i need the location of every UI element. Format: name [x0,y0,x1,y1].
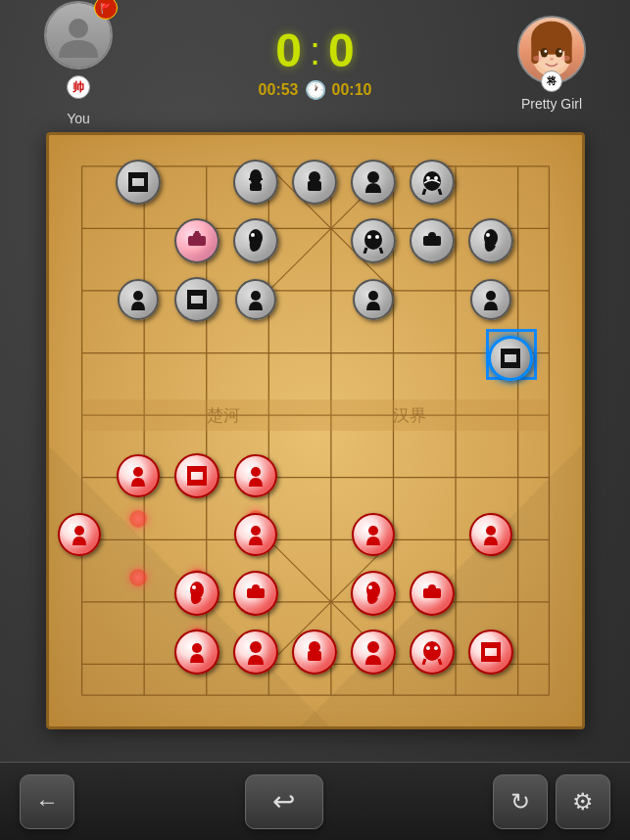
svg-point-83 [192,585,196,589]
svg-rect-70 [187,290,191,305]
svg-rect-104 [187,466,191,482]
redo-icon: ↻ [510,788,530,816]
piece-red-elephant[interactable] [410,630,455,675]
piece-red-soldier4[interactable] [469,513,512,556]
score-right: 0 [328,27,355,74]
move-dot [129,510,147,528]
svg-rect-107 [191,466,203,472]
flag-badge: 🚩 [94,0,118,20]
score-display: 0 : 0 [275,27,355,74]
piece-black-soldier3[interactable] [353,279,394,320]
piece-black-rook-selected[interactable] [488,336,533,381]
settings-icon: ⚙ [572,788,594,816]
timer-left: 00:53 [259,81,299,99]
svg-point-50 [367,171,379,183]
piece-red-cannon[interactable] [233,571,278,616]
piece-red-rook[interactable] [468,630,513,675]
piece-red-soldier6[interactable] [117,454,160,497]
svg-text:汉界: 汉界 [393,406,426,425]
svg-point-7 [556,48,563,57]
svg-rect-101 [497,642,501,658]
svg-point-52 [426,176,430,180]
svg-rect-67 [516,349,520,364]
svg-rect-71 [203,290,207,305]
svg-point-9 [559,50,562,53]
piece-red-king[interactable] [292,630,337,675]
score-area: 0 : 0 00:53 🕐 00:10 [259,27,372,101]
player-right-badge: 将 [541,70,562,92]
svg-point-58 [251,233,255,237]
piece-black-rook2[interactable] [174,277,219,322]
svg-point-89 [428,584,436,592]
svg-point-87 [368,585,372,589]
svg-rect-41 [128,186,148,192]
move-dot [129,569,147,586]
svg-rect-72 [187,303,207,309]
svg-point-98 [426,646,430,650]
svg-point-8 [544,50,547,53]
svg-rect-49 [310,176,319,179]
settings-button[interactable]: ⚙ [556,774,610,829]
piece-red-rook2[interactable] [174,453,219,498]
piece-black-soldier2[interactable] [235,279,276,320]
svg-point-81 [486,526,496,536]
svg-point-59 [364,230,382,250]
piece-black-elephant[interactable] [410,160,455,205]
svg-point-91 [250,641,262,653]
svg-point-11 [560,56,569,62]
undo-button[interactable]: ↩ [245,774,323,829]
svg-point-63 [428,232,436,240]
score-separator: : [310,31,320,70]
svg-rect-103 [485,642,497,648]
game-container: 🚩 帅 You 0 : 0 00:53 🕐 00:10 [0,0,630,840]
player-right: 将 Pretty Girl [488,16,615,112]
header: 🚩 帅 You 0 : 0 00:53 🕐 00:10 [0,0,630,127]
piece-red-horse2[interactable] [351,571,396,616]
piece-black-soldier[interactable] [118,279,159,320]
svg-rect-47 [308,181,321,191]
svg-rect-56 [195,231,199,239]
piece-red-soldier2[interactable] [234,513,277,556]
piece-black-bishop[interactable] [233,160,278,205]
svg-rect-100 [481,642,485,658]
svg-point-61 [375,235,379,239]
svg-point-90 [192,643,202,653]
svg-point-97 [423,641,441,661]
svg-point-53 [434,176,438,180]
piece-black-cannon2[interactable] [410,218,455,263]
piece-black-king[interactable] [292,160,337,205]
svg-rect-73 [191,290,203,296]
piece-black-soldier4[interactable] [470,279,511,320]
piece-red-advisor2[interactable] [351,630,396,675]
piece-black-rook[interactable] [116,160,161,205]
piece-red-soldier3[interactable] [352,513,395,556]
svg-text:楚河: 楚河 [206,406,239,425]
piece-black-cannon-selected[interactable] [174,218,219,263]
piece-red-soldier7[interactable] [234,454,277,497]
piece-red-soldier[interactable] [58,513,101,556]
piece-red-cannon2[interactable] [410,571,455,616]
svg-point-77 [486,291,496,301]
piece-red-advisor[interactable] [233,630,278,675]
piece-black-horse2[interactable] [468,218,513,263]
back-button[interactable]: ← [20,774,74,829]
svg-rect-36 [81,399,549,431]
redo-button[interactable]: ↻ [493,774,548,829]
player-left-name: You [67,111,90,126]
piece-black-advisor[interactable] [351,160,396,205]
undo-icon: ↩ [272,785,295,817]
svg-rect-42 [132,172,144,178]
svg-point-76 [368,291,378,301]
svg-point-99 [434,646,438,650]
svg-rect-66 [501,349,505,364]
player-left-badge: 帅 [67,75,90,99]
chess-board[interactable]: 楚河 汉界 [46,132,585,729]
piece-black-general[interactable] [351,218,396,263]
svg-point-60 [367,235,371,239]
svg-rect-95 [310,646,319,649]
piece-red-horse[interactable] [174,571,219,616]
svg-point-10 [533,56,542,62]
piece-red-soldier5[interactable] [174,630,219,675]
timer-right: 00:10 [332,81,372,99]
piece-black-horse[interactable] [233,218,278,263]
